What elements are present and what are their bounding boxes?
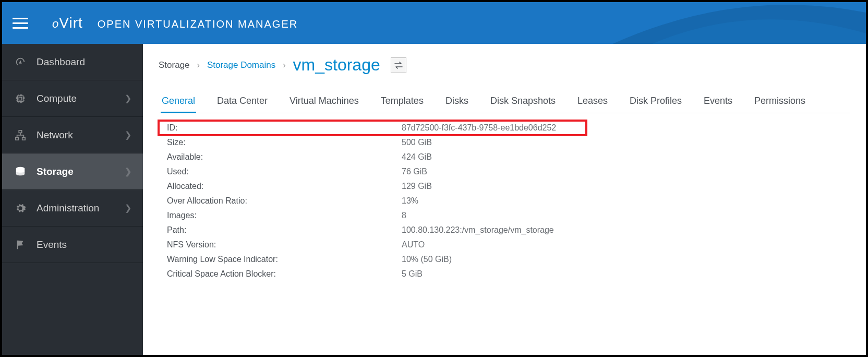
brand-logo: oVirt <box>52 15 83 31</box>
cpu-icon <box>14 93 27 104</box>
tab-disks[interactable]: Disks <box>444 90 469 113</box>
flag-icon <box>14 239 27 251</box>
breadcrumb-storage-domains[interactable]: Storage Domains <box>207 60 275 70</box>
property-row: Images:8 <box>159 208 586 223</box>
property-value: 129 GiB <box>402 182 578 191</box>
property-value: 87d72500-f3fc-437b-9758-ee1bde06d252 <box>402 123 578 133</box>
storage-icon <box>14 166 27 177</box>
sidebar-item-storage[interactable]: Storage❯ <box>2 153 143 190</box>
breadcrumb-sep: › <box>197 61 200 70</box>
property-row: Over Allocation Ratio:13% <box>159 194 586 208</box>
svg-rect-3 <box>16 137 18 140</box>
gauge-icon <box>14 56 27 68</box>
detail-tabs: GeneralData CenterVirtual MachinesTempla… <box>159 90 850 113</box>
general-properties: ID:87d72500-f3fc-437b-9758-ee1bde06d252S… <box>159 121 586 281</box>
property-value: 100.80.130.223:/vm_storage/vm_storage <box>402 225 578 235</box>
property-key: Critical Space Action Blocker: <box>167 269 402 279</box>
chevron-right-icon: ❯ <box>125 166 131 176</box>
property-key: Images: <box>167 211 402 220</box>
tab-permissions[interactable]: Permissions <box>753 90 806 113</box>
property-row: Size:500 GiB <box>159 135 586 150</box>
property-value: 13% <box>402 196 578 206</box>
sidebar-item-label: Dashboard <box>37 56 85 68</box>
property-row: Path:100.80.130.223:/vm_storage/vm_stora… <box>159 223 586 237</box>
property-key: Over Allocation Ratio: <box>167 196 402 206</box>
svg-rect-0 <box>18 96 23 101</box>
sidebar-item-events[interactable]: Events <box>2 227 143 263</box>
sidebar-item-network[interactable]: Network❯ <box>2 117 143 153</box>
chevron-right-icon: ❯ <box>125 203 131 213</box>
property-row: Available:424 GiB <box>159 150 586 164</box>
sidebar-item-compute[interactable]: Compute❯ <box>2 80 143 117</box>
switch-domain-button[interactable] <box>391 57 406 73</box>
property-key: Allocated: <box>167 182 402 191</box>
swap-icon <box>394 62 403 69</box>
sidebar-item-label: Storage <box>37 166 74 177</box>
chevron-right-icon: ❯ <box>125 130 131 140</box>
sidebar: DashboardCompute❯Network❯Storage❯Adminis… <box>2 44 143 355</box>
page-title: vm_storage <box>293 55 380 75</box>
menu-toggle-button[interactable] <box>13 14 31 32</box>
breadcrumb-root[interactable]: Storage <box>159 60 190 70</box>
sidebar-item-label: Network <box>37 129 73 141</box>
property-value: AUTO <box>402 240 578 249</box>
brand: oVirt OPEN VIRTUALIZATION MANAGER <box>52 15 298 31</box>
svg-rect-4 <box>22 137 25 140</box>
property-row: Critical Space Action Blocker:5 GiB <box>159 267 586 281</box>
tab-leases[interactable]: Leases <box>576 90 609 113</box>
property-value: 10% (50 GiB) <box>402 255 578 264</box>
property-row: NFS Version:AUTO <box>159 237 586 252</box>
property-value: 500 GiB <box>402 138 578 147</box>
brand-title: OPEN VIRTUALIZATION MANAGER <box>98 18 298 30</box>
property-value: 5 GiB <box>402 269 578 279</box>
tab-disk-profiles[interactable]: Disk Profiles <box>629 90 683 113</box>
sidebar-item-administration[interactable]: Administration❯ <box>2 190 143 227</box>
property-key: NFS Version: <box>167 240 402 249</box>
chevron-right-icon: ❯ <box>125 93 131 103</box>
property-row: ID:87d72500-f3fc-437b-9758-ee1bde06d252 <box>159 121 586 135</box>
property-value: 76 GiB <box>402 167 578 176</box>
network-icon <box>14 129 27 141</box>
tab-virtual-machines[interactable]: Virtual Machines <box>288 90 360 113</box>
tab-templates[interactable]: Templates <box>380 90 425 113</box>
svg-rect-1 <box>19 97 22 100</box>
tab-data-center[interactable]: Data Center <box>216 90 269 113</box>
tab-general[interactable]: General <box>161 90 196 113</box>
property-value: 8 <box>402 211 578 220</box>
tab-disk-snapshots[interactable]: Disk Snapshots <box>489 90 557 113</box>
sidebar-item-label: Events <box>37 239 67 251</box>
topbar: oVirt OPEN VIRTUALIZATION MANAGER <box>2 2 866 44</box>
gear-icon <box>14 203 27 214</box>
sidebar-item-label: Administration <box>37 203 99 214</box>
property-row: Warning Low Space Indicator:10% (50 GiB) <box>159 252 586 267</box>
svg-rect-2 <box>19 130 22 133</box>
property-row: Allocated:129 GiB <box>159 179 586 194</box>
tab-events[interactable]: Events <box>703 90 733 113</box>
property-key: ID: <box>167 123 402 133</box>
property-key: Available: <box>167 152 402 162</box>
property-key: Warning Low Space Indicator: <box>167 255 402 264</box>
breadcrumb-sep: › <box>283 61 285 70</box>
property-row: Used:76 GiB <box>159 164 586 179</box>
main-content: Storage › Storage Domains › vm_storage G… <box>143 44 866 355</box>
property-key: Size: <box>167 138 402 147</box>
property-key: Used: <box>167 167 402 176</box>
property-key: Path: <box>167 225 402 235</box>
app-frame: oVirt OPEN VIRTUALIZATION MANAGER Dashbo… <box>0 0 868 357</box>
sidebar-item-dashboard[interactable]: Dashboard <box>2 44 143 80</box>
breadcrumb: Storage › Storage Domains › vm_storage <box>159 55 850 75</box>
topbar-decor <box>553 2 866 44</box>
sidebar-item-label: Compute <box>37 93 77 104</box>
property-value: 424 GiB <box>402 152 578 162</box>
